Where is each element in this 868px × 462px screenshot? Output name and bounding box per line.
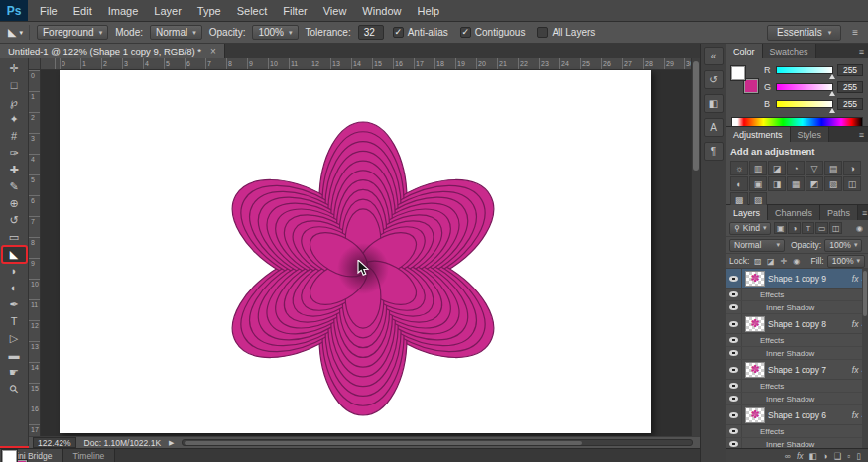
layers-tab-layers[interactable]: Layers: [726, 205, 768, 220]
effects-visibility-toggle[interactable]: [726, 380, 742, 392]
layer-thumbnail[interactable]: ✽: [745, 362, 765, 378]
effects-row[interactable]: Effects: [726, 425, 868, 438]
color-tab-color[interactable]: Color: [726, 44, 763, 58]
menu-window[interactable]: Window: [354, 5, 409, 17]
new-layer-icon[interactable]: ▫: [847, 451, 850, 461]
effect-visibility-toggle[interactable]: [726, 438, 742, 448]
visibility-toggle[interactable]: [726, 405, 742, 424]
canvas[interactable]: [60, 70, 651, 433]
channel-mixer-icon[interactable]: ◨: [768, 176, 786, 191]
layer-list-scrollbar[interactable]: [862, 269, 868, 448]
slider-track[interactable]: [776, 100, 833, 108]
effects-row[interactable]: Effects: [726, 289, 868, 301]
layer-name[interactable]: Shape 1 copy 6: [768, 410, 849, 420]
layer-name[interactable]: Shape 1 copy 8: [768, 319, 849, 329]
menu-layer[interactable]: Layer: [146, 5, 189, 17]
levels-icon[interactable]: ▥: [749, 161, 767, 175]
dodge-tool[interactable]: ◐: [2, 280, 27, 296]
color-lookup-icon[interactable]: ▦: [787, 176, 805, 191]
effect-visibility-toggle[interactable]: [726, 393, 742, 404]
exposure-icon[interactable]: ◔: [787, 161, 805, 175]
visibility-toggle[interactable]: [726, 360, 742, 379]
history-brush-tool[interactable]: ↺: [2, 212, 27, 229]
layers-tab-channels[interactable]: Channels: [768, 205, 820, 220]
effects-visibility-toggle[interactable]: [726, 334, 742, 346]
link-layers-icon[interactable]: ∞: [785, 451, 791, 461]
horizontal-scrollbar-thumb[interactable]: [185, 441, 582, 445]
photo-filter-icon[interactable]: ▣: [749, 176, 767, 191]
panel-color-swatches[interactable]: [731, 66, 758, 93]
crop-tool[interactable]: #: [2, 128, 27, 145]
zoom-tool[interactable]: ⚲: [2, 381, 27, 398]
layer-thumbnail[interactable]: ✽: [745, 407, 765, 423]
mode-select[interactable]: Normal ▾: [150, 25, 202, 40]
blend-mode-select[interactable]: Normal ▾: [729, 239, 785, 252]
panel-menu-icon[interactable]: ≡: [858, 205, 868, 220]
threshold-icon[interactable]: ◫: [843, 176, 861, 191]
tool-options-badge[interactable]: ◣ ▾: [6, 25, 30, 40]
menu-file[interactable]: File: [32, 5, 65, 17]
healing-brush-tool[interactable]: ✚: [2, 162, 27, 178]
layer-thumbnail[interactable]: ✽: [745, 316, 765, 332]
color-tab-swatches[interactable]: Swatches: [763, 44, 816, 58]
workspace-switcher[interactable]: Essentials ▾: [767, 25, 841, 41]
new-adjustment-layer-icon[interactable]: ◑: [823, 451, 828, 461]
expand-panels-button[interactable]: «: [704, 47, 724, 65]
slider-thumb[interactable]: [829, 108, 835, 113]
new-group-icon[interactable]: ❑: [834, 451, 842, 461]
filter-smart-objects-icon[interactable]: ◫: [829, 222, 842, 234]
opacity-select[interactable]: 100% ▾: [252, 25, 298, 40]
layer-mask-icon[interactable]: ◧: [809, 451, 817, 461]
menu-view[interactable]: View: [315, 5, 355, 17]
panel-menu-icon[interactable]: ≡: [855, 44, 868, 58]
panel-menu-icon[interactable]: ≡: [855, 127, 868, 142]
eyedropper-tool[interactable]: ✑: [2, 145, 27, 162]
filter-type-layers-icon[interactable]: T: [802, 222, 814, 234]
history-panel-button[interactable]: ↺: [704, 70, 724, 89]
all-layers-checkbox[interactable]: [537, 27, 548, 38]
invert-icon[interactable]: ◩: [806, 176, 823, 191]
rectangle-tool[interactable]: ▬: [2, 347, 27, 364]
color-spectrum-ramp[interactable]: [731, 117, 863, 127]
fill-source-select[interactable]: Foreground ▾: [37, 25, 108, 40]
adjustments-tab-styles[interactable]: Styles: [791, 127, 830, 142]
vertical-scrollbar-thumb[interactable]: [693, 61, 699, 171]
inner-shadow-row[interactable]: Inner Shadow: [726, 347, 868, 360]
layer-row[interactable]: ✽Shape 1 copy 7fx▴: [726, 360, 868, 380]
contiguous-checkbox[interactable]: ✓: [460, 27, 471, 38]
status-options-arrow-icon[interactable]: ▶: [169, 439, 174, 447]
vertical-scrollbar[interactable]: [691, 58, 700, 436]
quick-selection-tool[interactable]: ✦: [2, 111, 27, 128]
layer-row[interactable]: ✽Shape 1 copy 8fx▴: [726, 314, 868, 334]
slider-track[interactable]: [776, 83, 833, 91]
inner-shadow-row[interactable]: Inner Shadow: [726, 438, 868, 448]
effects-visibility-toggle[interactable]: [726, 289, 742, 300]
delete-layer-icon[interactable]: ▯: [856, 451, 861, 461]
layer-thumbnail[interactable]: ✽: [745, 271, 765, 287]
pen-tool[interactable]: ✒: [2, 296, 27, 313]
slider-thumb[interactable]: [829, 74, 835, 79]
slider-value[interactable]: 255: [837, 98, 863, 110]
lock-pixels-icon[interactable]: ◪: [765, 256, 776, 267]
tolerance-input[interactable]: 32: [358, 25, 384, 40]
close-icon[interactable]: ×: [210, 46, 216, 57]
effects-visibility-toggle[interactable]: [726, 425, 742, 437]
posterize-icon[interactable]: ▧: [824, 176, 842, 191]
inner-shadow-row[interactable]: Inner Shadow: [726, 301, 868, 314]
black-white-icon[interactable]: ◐: [730, 176, 748, 191]
foreground-color-swatch[interactable]: [2, 450, 17, 462]
anti-alias-checkbox[interactable]: ✓: [393, 27, 404, 38]
filter-pixel-layers-icon[interactable]: ▣: [774, 222, 787, 234]
clone-stamp-tool[interactable]: ⊕: [2, 195, 27, 212]
brightness-contrast-icon[interactable]: ☼: [730, 161, 748, 175]
menu-filter[interactable]: Filter: [275, 5, 314, 17]
effects-row[interactable]: Effects: [726, 334, 868, 347]
layer-name[interactable]: Shape 1 copy 9: [768, 274, 849, 284]
bottom-tab-timeline[interactable]: Timeline: [63, 449, 116, 462]
curves-icon[interactable]: ◪: [768, 161, 786, 175]
visibility-toggle[interactable]: [726, 269, 742, 288]
horizontal-scrollbar[interactable]: [182, 439, 693, 446]
path-selection-tool[interactable]: ▷: [2, 330, 27, 347]
lock-transparency-icon[interactable]: ▨: [752, 256, 763, 267]
layers-opacity-select[interactable]: 100% ▾: [824, 239, 862, 252]
